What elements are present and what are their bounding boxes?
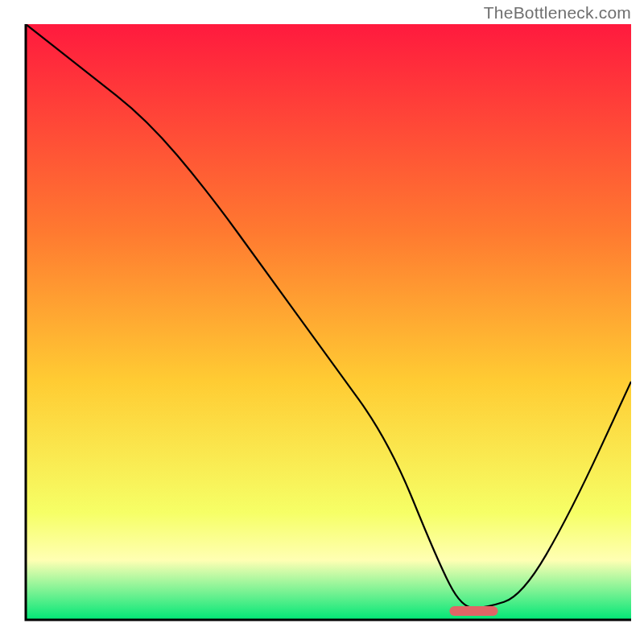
chart-svg bbox=[0, 0, 644, 644]
watermark-text: TheBottleneck.com bbox=[484, 3, 631, 23]
plot-background bbox=[26, 24, 631, 620]
optimal-marker bbox=[449, 606, 497, 616]
bottleneck-chart: TheBottleneck.com bbox=[0, 0, 644, 644]
